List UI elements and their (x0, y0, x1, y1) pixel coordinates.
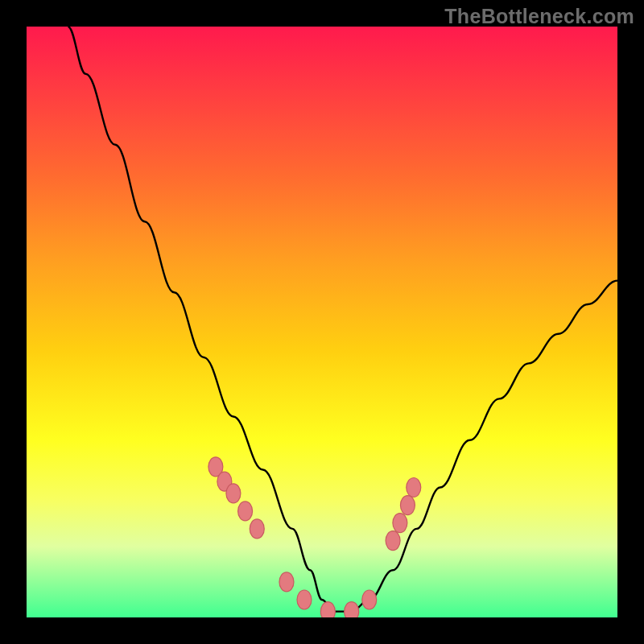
highlight-dot (386, 531, 400, 551)
highlight-dot (320, 602, 335, 617)
highlight-dot (297, 590, 312, 609)
highlight-dot (279, 572, 294, 592)
highlight-dot (226, 484, 241, 503)
highlight-dot (407, 478, 421, 497)
bottleneck-curve (68, 27, 617, 612)
highlight-dot (345, 602, 359, 617)
highlight-dot (250, 519, 264, 539)
chart-plot-area (27, 27, 617, 617)
highlight-dots (208, 457, 421, 617)
highlight-dot (238, 502, 253, 521)
highlight-dot (362, 590, 377, 609)
watermark-text: TheBottleneck.com (444, 5, 634, 28)
highlight-dot (393, 514, 407, 533)
highlight-dot (400, 496, 415, 515)
bottleneck-curve-svg (27, 27, 617, 617)
